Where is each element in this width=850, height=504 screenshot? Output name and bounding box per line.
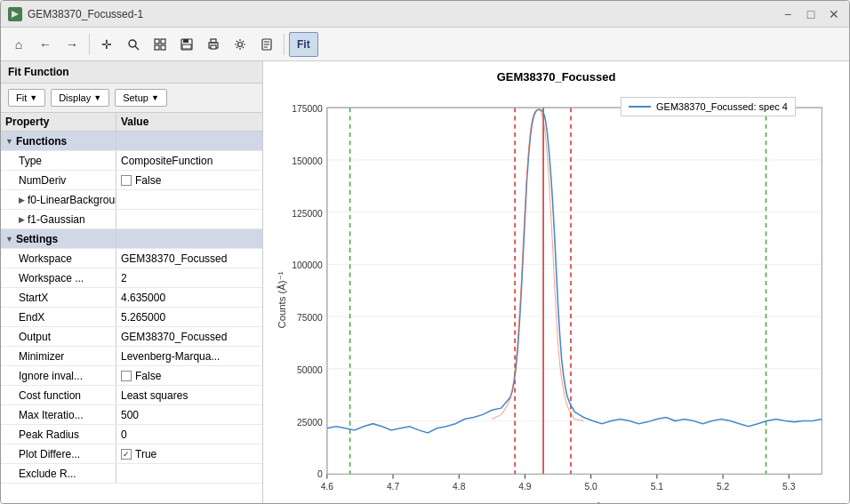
svg-text:4.9: 4.9 — [518, 482, 532, 492]
table-row[interactable]: ▶ f0-LinearBackground — [1, 190, 262, 210]
plotdiff-checkbox[interactable]: ✓ — [121, 449, 132, 460]
workspace2-value: 2 — [116, 268, 262, 287]
table-row[interactable]: Plot Differe... ✓ True — [1, 444, 262, 464]
table-row[interactable]: Workspace GEM38370_Focussed — [1, 249, 262, 268]
svg-text:d-Spacing (Å): d-Spacing (Å) — [543, 502, 605, 503]
svg-rect-10 — [211, 39, 216, 43]
table-row[interactable]: StartX 4.635000 — [1, 288, 262, 308]
costfn-name: Cost function — [1, 386, 116, 404]
title-bar: GEM38370_Focussed-1 − □ ✕ — [1, 1, 849, 28]
chart-svg: Counts (Å)⁻¹ d-Spacing (Å) — [272, 88, 840, 503]
svg-text:5.2: 5.2 — [717, 482, 730, 492]
settings-value — [116, 229, 262, 248]
table-row[interactable]: Max Iteratio... 500 — [1, 405, 262, 425]
display-button[interactable]: Display ▼ — [51, 89, 109, 107]
table-row[interactable]: Workspace ... 2 — [1, 268, 262, 288]
endx-value: 5.265000 — [116, 308, 262, 326]
table-row[interactable]: Peak Radius 0 — [1, 425, 262, 444]
fit-action-button[interactable]: Fit ▼ — [8, 89, 45, 107]
svg-text:150000: 150000 — [292, 156, 323, 166]
table-row[interactable]: Type CompositeFunction — [1, 151, 262, 171]
startx-name: StartX — [1, 288, 116, 307]
excluder-value — [116, 464, 262, 483]
table-row[interactable]: Cost function Least squares — [1, 386, 262, 405]
plotdiff-value: ✓ True — [116, 444, 262, 463]
settings-expand-icon[interactable]: ▼ — [5, 235, 13, 244]
peakradius-value: 0 — [116, 425, 262, 444]
output-name: Output — [1, 327, 116, 346]
left-panel: Fit Function Fit ▼ Display ▼ Setup ▼ Pro… — [1, 61, 263, 503]
functions-section-header[interactable]: ▼ Functions — [1, 132, 262, 151]
property-table: Property Value ▼ Functions Type C — [1, 113, 262, 503]
maxiter-name: Max Iteratio... — [1, 405, 116, 424]
svg-rect-2 — [155, 39, 159, 44]
pan-button[interactable]: ✛ — [94, 32, 119, 57]
functions-value — [116, 132, 262, 150]
main-content: Fit Function Fit ▼ Display ▼ Setup ▼ Pro… — [1, 61, 849, 503]
svg-text:5.1: 5.1 — [651, 482, 664, 492]
workspace2-name: Workspace ... — [1, 268, 116, 287]
workspace-value: GEM38370_Focussed — [116, 249, 262, 268]
toolbar: ⌂ ← → ✛ — [1, 28, 849, 61]
svg-text:50000: 50000 — [297, 365, 323, 375]
f0-property-value — [116, 190, 262, 209]
minimizer-value: Levenberg-Marqua... — [116, 347, 262, 365]
minimize-button[interactable]: − — [780, 6, 796, 22]
svg-text:175000: 175000 — [292, 104, 323, 114]
table-row[interactable]: Minimizer Levenberg-Marqua... — [1, 347, 262, 366]
table-row[interactable]: NumDeriv False — [1, 171, 262, 190]
window-controls: − □ ✕ — [780, 6, 842, 22]
table-row[interactable]: Exclude R... — [1, 464, 262, 484]
svg-text:Counts (Å)⁻¹: Counts (Å)⁻¹ — [277, 271, 287, 328]
table-row[interactable]: Ignore inval... False — [1, 366, 262, 386]
table-row[interactable]: Output GEM38370_Focussed — [1, 327, 262, 347]
chart-title: GEM38370_Focussed — [497, 70, 616, 84]
right-panel: GEM38370_Focussed GEM38370_Focussed: spe… — [263, 61, 849, 503]
endx-name: EndX — [1, 308, 116, 326]
panel-header: Fit Function — [1, 61, 262, 84]
table-header: Property Value — [1, 113, 262, 132]
f0-expand-icon[interactable]: ▶ — [19, 196, 25, 204]
svg-text:5.3: 5.3 — [782, 482, 796, 492]
forward-button[interactable]: → — [60, 32, 84, 57]
numderiv-property-value: False — [116, 171, 262, 189]
functions-expand-icon[interactable]: ▼ — [5, 137, 13, 146]
maximize-button[interactable]: □ — [803, 6, 819, 22]
app-icon — [8, 7, 22, 21]
toolbar-separator-1 — [89, 34, 90, 55]
maxiter-value: 500 — [116, 405, 262, 424]
svg-line-1 — [135, 46, 139, 50]
display-arrow-icon: ▼ — [93, 93, 101, 102]
fit-toolbar-button[interactable]: Fit — [289, 32, 318, 57]
table-row[interactable]: EndX 5.265000 — [1, 308, 262, 327]
chart-container: GEM38370_Focussed: spec 4 Counts (Å)⁻¹ d… — [272, 88, 840, 503]
table-row[interactable]: ▶ f1-Gaussian — [1, 210, 262, 229]
startx-value: 4.635000 — [116, 288, 262, 307]
ignore-checkbox[interactable] — [121, 371, 132, 381]
setup-arrow-icon: ▼ — [151, 93, 159, 102]
settings-section-header[interactable]: ▼ Settings — [1, 229, 262, 249]
home-button[interactable]: ⌂ — [6, 32, 31, 57]
setup-button[interactable]: Setup ▼ — [115, 89, 167, 107]
script-button[interactable] — [254, 32, 279, 57]
svg-text:4.8: 4.8 — [453, 482, 466, 492]
chart-legend: GEM38370_Focussed: spec 4 — [621, 97, 796, 116]
settings-label: ▼ Settings — [1, 229, 116, 248]
close-button[interactable]: ✕ — [826, 6, 842, 22]
svg-text:4.7: 4.7 — [387, 482, 400, 492]
print-button[interactable] — [201, 32, 226, 57]
ignore-name: Ignore inval... — [1, 366, 116, 385]
legend-label: GEM38370_Focussed: spec 4 — [656, 101, 788, 112]
back-button[interactable]: ← — [33, 32, 58, 57]
zoom-button[interactable] — [121, 32, 146, 57]
settings-button[interactable] — [228, 32, 253, 57]
save-button[interactable] — [174, 32, 199, 57]
grid-button[interactable] — [148, 32, 172, 57]
window-title: GEM38370_Focussed-1 — [28, 8, 780, 20]
svg-rect-5 — [161, 45, 165, 50]
numderiv-checkbox[interactable] — [121, 175, 132, 186]
peakradius-name: Peak Radius — [1, 425, 116, 444]
toolbar-separator-2 — [284, 34, 285, 55]
legend-line-icon — [629, 106, 651, 108]
f1-expand-icon[interactable]: ▶ — [19, 215, 25, 224]
